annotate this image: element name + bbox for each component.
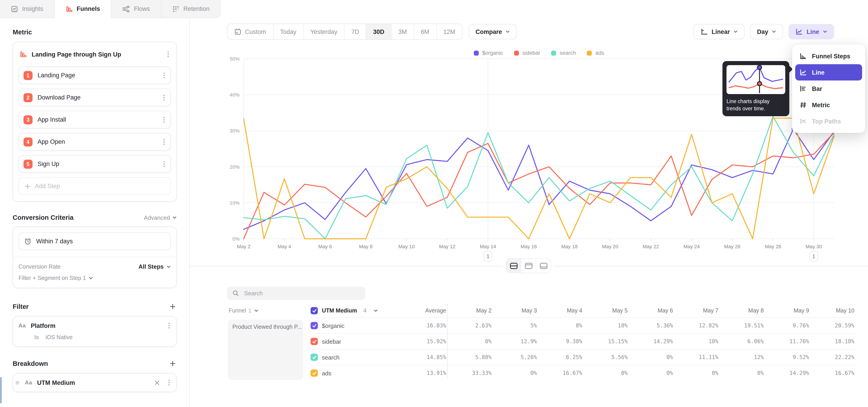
table-row-name[interactable]: search — [311, 349, 385, 365]
funnel-cell[interactable]: Product Viewed through P... — [228, 320, 303, 380]
cell-value: 0% — [673, 365, 718, 381]
table-header-date[interactable]: May 3 — [492, 304, 537, 317]
row-checkbox[interactable] — [311, 354, 318, 361]
filter-operator[interactable]: Is — [34, 334, 39, 341]
menu-item-metric[interactable]: Metric — [795, 97, 862, 113]
filter-value[interactable]: iOS Native — [45, 334, 72, 341]
add-step-button[interactable]: Add Step — [19, 177, 171, 195]
kebab-menu-icon[interactable] — [162, 93, 166, 102]
search-input[interactable] — [243, 289, 360, 297]
table-header-date[interactable]: May 9 — [764, 304, 809, 317]
close-icon[interactable] — [155, 380, 160, 385]
range-yesterday[interactable]: Yesterday — [304, 24, 344, 39]
cell-value: 6.06% — [718, 333, 764, 349]
table-header-date[interactable]: May 8 — [718, 304, 764, 317]
chevron-down-icon — [254, 308, 258, 313]
range-label: 7D — [351, 28, 359, 35]
conversion-rate-dropdown[interactable]: All Steps — [138, 263, 171, 270]
view-split-button[interactable] — [506, 259, 521, 273]
menu-item-bar[interactable]: Bar — [795, 81, 862, 97]
filter-segment-dropdown[interactable]: Filter + Segment on Step 1 — [19, 275, 171, 281]
table-row-name[interactable]: ads — [311, 365, 385, 381]
tab-label: Flows — [134, 5, 150, 12]
view-bottom-button[interactable] — [536, 259, 551, 273]
funnel-metric-header[interactable]: Landing Page through Sign Up — [19, 48, 171, 62]
range-7d[interactable]: 7D — [344, 24, 366, 39]
add-breakdown-button[interactable] — [168, 359, 177, 368]
scrollbar-thumb[interactable] — [0, 377, 2, 403]
annotation-chip[interactable]: 1 — [484, 251, 492, 261]
funnel-step-row[interactable]: 4 App Open — [19, 133, 171, 151]
row-checkbox[interactable] — [311, 370, 318, 377]
range-12m[interactable]: 12M — [436, 24, 462, 39]
tab-funnels[interactable]: Funnels — [55, 0, 112, 18]
filter-section-title: Filter — [13, 303, 29, 310]
add-filter-button[interactable] — [168, 303, 177, 311]
table-header-date[interactable]: May 6 — [628, 304, 673, 317]
funnel-step-row[interactable]: 5 Sign Up — [19, 155, 171, 173]
row-checkbox[interactable] — [311, 338, 318, 345]
series-search[interactable] — [244, 117, 834, 239]
view-top-button[interactable] — [521, 259, 536, 273]
select-all-checkbox[interactable] — [311, 307, 318, 314]
step-number-badge: 4 — [24, 137, 33, 146]
menu-item-line[interactable]: Line — [795, 64, 862, 81]
clock-icon — [24, 238, 32, 245]
cell-value: 2.63% — [446, 317, 492, 333]
step-number-badge: 3 — [24, 115, 33, 124]
kebab-menu-icon[interactable] — [162, 115, 166, 124]
table-header-date[interactable]: May 4 — [537, 304, 582, 317]
funnel-step-row[interactable]: 1 Landing Page — [19, 66, 171, 84]
range-custom[interactable]: Custom — [227, 24, 273, 39]
range-today[interactable]: Today — [273, 24, 304, 39]
menu-item-funnel-steps[interactable]: Funnel Steps — [795, 48, 862, 64]
kebab-menu-icon[interactable] — [162, 71, 166, 80]
scale-dropdown[interactable]: Linear — [693, 24, 745, 39]
funnel-step-row[interactable]: 2 Download Page — [19, 89, 171, 106]
table-row-name[interactable]: sidebar — [311, 333, 385, 349]
advanced-dropdown[interactable]: Advanced — [144, 214, 177, 221]
annotation-chip[interactable]: 1 — [810, 251, 818, 261]
table-header-date[interactable]: May 7 — [673, 304, 718, 317]
table-header-date[interactable]: May 10 — [809, 304, 855, 317]
tab-flows[interactable]: Flows — [112, 0, 161, 18]
table-search[interactable] — [227, 287, 365, 300]
series-ads[interactable] — [244, 118, 834, 239]
compare-button[interactable]: Compare — [469, 24, 517, 39]
tab-insights[interactable]: Insights — [0, 0, 55, 18]
mini-line-chart — [726, 65, 785, 94]
table-header-average[interactable]: Average — [385, 304, 446, 317]
cell-value: 11.76% — [764, 333, 809, 349]
row-checkbox[interactable] — [311, 322, 318, 329]
range-3m[interactable]: 3M — [392, 24, 414, 39]
kebab-menu-icon[interactable] — [166, 50, 170, 59]
chart-type-dropdown[interactable]: Line — [788, 24, 834, 39]
kebab-menu-icon[interactable] — [162, 159, 166, 168]
kebab-menu-icon[interactable] — [167, 321, 171, 330]
funnel-steps-list: 1 Landing Page 2 Download Page 3 App Ins… — [19, 66, 171, 173]
table-header-breakdown[interactable]: UTM Medium 4 — [311, 304, 385, 317]
table-header-date[interactable]: May 5 — [582, 304, 628, 317]
table-header-date[interactable]: May 2 — [446, 304, 492, 317]
string-type-icon: Aa — [25, 379, 32, 386]
tooltip-text: Line charts display trends over time. — [726, 98, 785, 112]
kebab-menu-icon[interactable] — [162, 137, 166, 146]
funnel-step-row[interactable]: 3 App Install — [19, 111, 171, 128]
range-30d[interactable]: 30D — [366, 24, 392, 39]
x-tick-label: May 4 — [278, 244, 291, 249]
breakdown-property[interactable]: UTM Medium — [37, 379, 150, 386]
filter-property[interactable]: Platform — [31, 322, 162, 329]
series-organic[interactable] — [244, 129, 834, 229]
metric-icon — [799, 101, 807, 108]
table-header-funnel[interactable]: Funnel 1 — [227, 304, 311, 317]
table-row-name[interactable]: $organic — [311, 317, 385, 333]
conversion-window-button[interactable]: Within 7 days — [19, 232, 171, 250]
menu-item-top-paths[interactable]: Top Paths — [795, 113, 862, 129]
range-6m[interactable]: 6M — [414, 24, 437, 39]
plus-icon — [24, 183, 31, 189]
tab-retention[interactable]: Retention — [161, 0, 221, 18]
step-label: Landing Page — [37, 72, 157, 79]
drag-handle-icon[interactable] — [15, 380, 20, 385]
interval-dropdown[interactable]: Day — [750, 24, 783, 39]
kebab-menu-icon[interactable] — [167, 378, 171, 387]
